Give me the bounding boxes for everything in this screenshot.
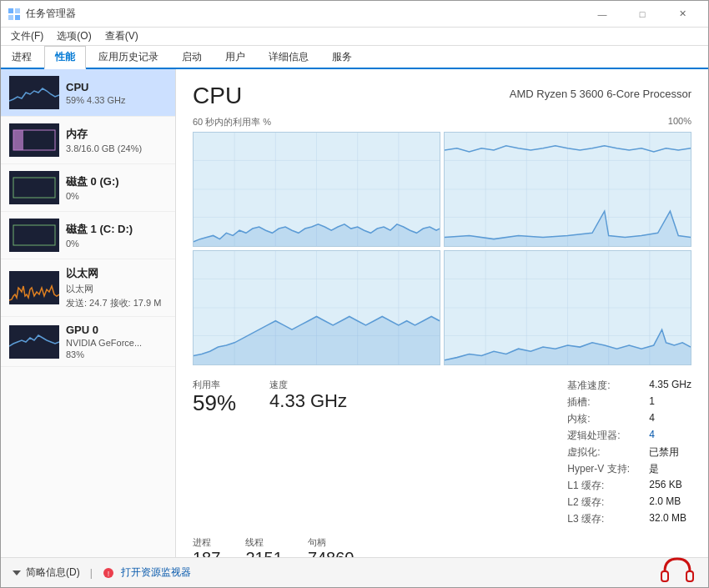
main-window: 任务管理器 — □ ✕ 文件(F) 选项(O) 查看(V) 进程 性能 应用历史… — [0, 0, 709, 588]
menu-view[interactable]: 查看(V) — [98, 28, 145, 45]
svg-rect-1 — [15, 8, 20, 13]
l2-item: L2 缓存: 2.0 MB — [567, 495, 691, 510]
network-detail1: 以太网 — [66, 283, 167, 295]
disk0-thumbnail — [9, 171, 59, 204]
resource-monitor-link[interactable]: 打开资源监视器 — [121, 565, 191, 580]
processes-label: 进程 — [193, 536, 220, 549]
svg-rect-2 — [8, 15, 13, 20]
sockets-val: 1 — [649, 395, 655, 410]
speed-value: 4.33 GHz — [269, 391, 347, 411]
tab-performance[interactable]: 性能 — [44, 46, 86, 69]
l1-key: L1 缓存: — [567, 479, 642, 493]
window-controls: — □ ✕ — [583, 1, 701, 28]
cpu-detail: 59% 4.33 GHz — [66, 95, 167, 105]
close-button[interactable]: ✕ — [663, 1, 701, 28]
disk1-thumbnail — [9, 219, 59, 252]
menu-options[interactable]: 选项(O) — [50, 28, 98, 45]
resource-icon: ! — [103, 567, 114, 579]
gpu-label: GPU 0 — [66, 324, 167, 336]
logical-val: 4 — [649, 429, 655, 443]
tab-details[interactable]: 详细信息 — [258, 46, 319, 68]
minimize-button[interactable]: — — [583, 1, 621, 28]
sidebar-item-cpu[interactable]: CPU 59% 4.33 GHz — [1, 69, 175, 117]
disk0-info: 磁盘 0 (G:) 0% — [66, 174, 167, 201]
page-title: CPU — [193, 83, 242, 109]
svg-rect-7 — [13, 130, 23, 150]
headset-icon — [656, 555, 698, 588]
gpu-detail1: NVIDIA GeForce... — [66, 338, 167, 348]
charts-grid — [193, 132, 691, 365]
gpu-detail2: 83% — [66, 349, 167, 359]
svg-rect-10 — [9, 219, 59, 252]
cpu-info: CPU 59% 4.33 GHz — [66, 81, 167, 105]
bottom-bar: 简略信息(D) | ! 打开资源监视器 — [1, 557, 708, 587]
utilization-label: 利用率 — [193, 379, 236, 391]
tab-services[interactable]: 服务 — [321, 46, 363, 68]
l3-val: 32.0 MB — [649, 512, 686, 526]
virtualization-key: 虚拟化: — [567, 445, 642, 460]
menu-bar: 文件(F) 选项(O) 查看(V) — [1, 28, 708, 46]
sidebar-item-disk1[interactable]: 磁盘 1 (C: D:) 0% — [1, 212, 175, 259]
speed-label: 速度 — [269, 379, 347, 391]
cpu-label: CPU — [66, 81, 167, 93]
sidebar-item-disk0[interactable]: 磁盘 0 (G:) 0% — [1, 164, 175, 212]
svg-marker-54 — [13, 570, 21, 575]
disk1-label: 磁盘 1 (C: D:) — [66, 222, 167, 237]
handles-label: 句柄 — [308, 536, 354, 549]
disk0-detail: 0% — [66, 191, 167, 201]
base-speed-item: 基准速度: 4.35 GHz — [567, 379, 691, 393]
sockets-item: 插槽: 1 — [567, 395, 691, 410]
sidebar: CPU 59% 4.33 GHz 内存 3.8/16.0 GB (24%) — [1, 69, 176, 557]
threads-value: 2151 — [245, 549, 283, 557]
sidebar-item-gpu[interactable]: GPU 0 NVIDIA GeForce... 83% — [1, 317, 175, 367]
tab-bar: 进程 性能 应用历史记录 启动 用户 详细信息 服务 — [1, 46, 708, 69]
threads-label: 线程 — [245, 536, 283, 549]
memory-label: 内存 — [66, 127, 167, 142]
tab-processes[interactable]: 进程 — [1, 46, 43, 68]
svg-rect-58 — [686, 571, 693, 581]
threads-block: 线程 2151 — [245, 536, 283, 557]
cpu-thumbnail — [9, 76, 59, 109]
l2-val: 2.0 MB — [649, 495, 681, 510]
l3-key: L3 缓存: — [567, 512, 642, 526]
arrow-icon — [11, 567, 23, 579]
network-thumbnail — [9, 271, 59, 304]
chart-label-right: 100% — [668, 116, 691, 128]
summary-label: 简略信息(D) — [26, 565, 80, 580]
processor-name: AMD Ryzen 5 3600 6-Core Processor — [510, 88, 691, 100]
chart-bottomright — [444, 250, 691, 365]
svg-rect-57 — [661, 571, 668, 581]
base-speed-val: 4.35 GHz — [649, 379, 691, 393]
gpu-thumbnail — [9, 325, 59, 359]
summary-button[interactable]: 简略信息(D) — [11, 565, 80, 580]
l1-val: 256 KB — [649, 479, 681, 493]
handles-block: 句柄 74860 — [308, 536, 354, 557]
app-icon — [8, 8, 21, 21]
logical-key: 逻辑处理器: — [567, 429, 642, 443]
maximize-button[interactable]: □ — [623, 1, 661, 28]
disk0-label: 磁盘 0 (G:) — [66, 174, 167, 189]
network-label: 以太网 — [66, 266, 167, 281]
l2-key: L2 缓存: — [567, 495, 642, 510]
processes-block: 进程 187 — [193, 536, 220, 557]
hyperv-item: Hyper-V 支持: 是 — [567, 462, 691, 476]
window-title: 任务管理器 — [26, 7, 76, 21]
title-bar: 任务管理器 — □ ✕ — [1, 1, 708, 28]
virtualization-item: 虚拟化: 已禁用 — [567, 445, 691, 460]
handles-value: 74860 — [308, 549, 354, 557]
speed-block: 速度 4.33 GHz — [269, 379, 347, 526]
tab-users[interactable]: 用户 — [214, 46, 256, 68]
chart-label-row: 60 秒内的利用率 % 100% — [193, 116, 691, 128]
chart-topright — [444, 132, 691, 247]
tab-startup[interactable]: 启动 — [171, 46, 213, 68]
tab-app-history[interactable]: 应用历史记录 — [88, 46, 169, 68]
disk1-detail: 0% — [66, 239, 167, 249]
sidebar-item-memory[interactable]: 内存 3.8/16.0 GB (24%) — [1, 117, 175, 164]
menu-file[interactable]: 文件(F) — [4, 28, 50, 45]
main-header: CPU AMD Ryzen 5 3600 6-Core Processor — [193, 83, 691, 109]
hyperv-key: Hyper-V 支持: — [567, 462, 642, 476]
disk1-info: 磁盘 1 (C: D:) 0% — [66, 222, 167, 249]
title-bar-left: 任务管理器 — [8, 7, 76, 21]
memory-info: 内存 3.8/16.0 GB (24%) — [66, 127, 167, 153]
sidebar-item-network[interactable]: 以太网 以太网 发送: 24.7 接收: 17.9 M — [1, 259, 175, 317]
